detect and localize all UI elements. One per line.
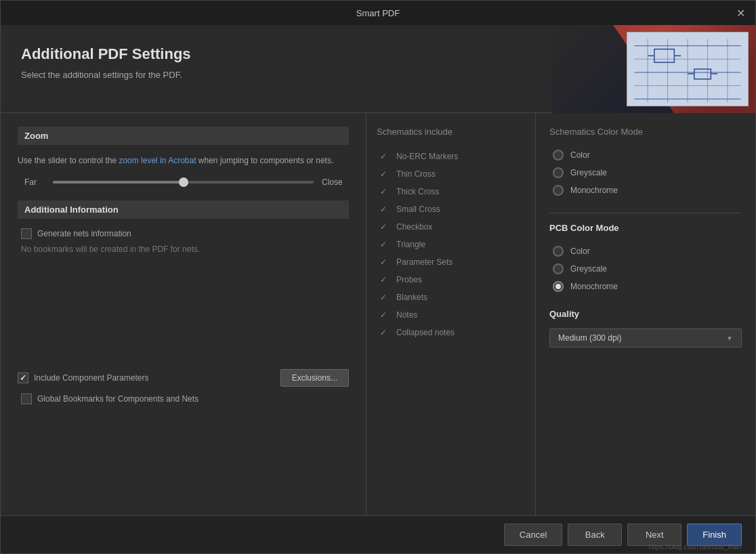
pcb-color-label: Color — [570, 247, 590, 256]
pcb-monochrome-radio[interactable] — [553, 281, 564, 292]
schematics-color-radio[interactable] — [553, 150, 564, 161]
content-area: Zoom Use the slider to control the zoom … — [1, 113, 755, 515]
schematics-color-group: Color Greyscale Monochrome — [549, 146, 742, 199]
quality-dropdown[interactable]: Medium (300 dpi) ▼ — [549, 328, 742, 347]
item-label: Thin Cross — [396, 169, 436, 179]
list-item[interactable]: ✓ Parameter Sets — [377, 253, 525, 271]
include-component-params-label: Include Component Parameters — [34, 373, 148, 383]
list-item[interactable]: ✓ Collapsed notes — [377, 324, 525, 341]
global-bookmarks-checkbox[interactable] — [21, 393, 32, 404]
schematics-greyscale-option[interactable]: Greyscale — [549, 164, 742, 182]
item-label: Checkbox — [396, 222, 432, 232]
schematic-thumbnail — [627, 32, 749, 106]
schematics-color-option[interactable]: Color — [549, 146, 742, 164]
slider-filled — [53, 181, 184, 184]
schematics-color-title: Schematics Color Mode — [549, 127, 742, 137]
list-item[interactable]: ✓ Thick Cross — [377, 183, 525, 200]
schematics-color-label: Color — [570, 150, 590, 160]
pcb-color-title: PCB Color Mode — [549, 223, 742, 233]
divider — [549, 213, 742, 213]
check-icon: ✓ — [380, 240, 390, 249]
quality-selected-value: Medium (300 dpi) — [558, 333, 621, 343]
footer: Cancel Back Next Finish https://blog.csd… — [1, 515, 755, 553]
bottom-checkboxes: ✓ Include Component Parameters Exclusion… — [18, 362, 349, 404]
check-icon: ✓ — [380, 257, 390, 267]
dialog: Smart PDF ✕ Additional PDF Settings Sele… — [0, 0, 756, 554]
check-icon: ✓ — [380, 310, 390, 320]
exclusions-button[interactable]: Exclusions... — [280, 369, 349, 387]
footer-url: https://blog.csdn.net/God_Rain — [649, 543, 742, 551]
dialog-title: Smart PDF — [356, 8, 400, 18]
check-icon: ✓ — [380, 187, 390, 196]
check-icon: ✓ — [380, 222, 390, 232]
slider-thumb[interactable] — [179, 177, 188, 187]
slider-row: Far Close — [18, 177, 349, 187]
item-label: No-ERC Markers — [396, 152, 458, 161]
pcb-color-option[interactable]: Color — [549, 242, 742, 260]
pcb-greyscale-radio[interactable] — [553, 263, 564, 274]
list-item[interactable]: ✓ Checkbox — [377, 218, 525, 236]
left-panel: Zoom Use the slider to control the zoom … — [1, 113, 366, 515]
generate-nets-checkbox[interactable] — [21, 228, 32, 239]
cancel-button[interactable]: Cancel — [504, 524, 562, 546]
schematics-monochrome-option[interactable]: Monochrome — [549, 182, 742, 199]
zoom-description: Use the slider to control the zoom level… — [18, 154, 349, 167]
generate-nets-row: Generate nets information — [18, 228, 349, 239]
pcb-greyscale-option[interactable]: Greyscale — [549, 260, 742, 278]
item-label: Blankets — [396, 293, 427, 302]
include-component-params-row: ✓ Include Component Parameters Exclusion… — [18, 369, 349, 387]
pcb-color-group: Color Greyscale Monochrome — [549, 242, 742, 295]
far-label: Far — [24, 177, 45, 187]
item-label: Notes — [396, 310, 417, 320]
title-bar: Smart PDF ✕ — [1, 1, 755, 25]
global-bookmarks-label: Global Bookmarks for Components and Nets — [37, 394, 198, 404]
zoom-highlight: zoom level in Acrobat — [119, 156, 196, 165]
check-icon: ✓ — [380, 169, 390, 179]
radio-inner-dot — [555, 284, 561, 289]
check-icon: ✓ — [380, 205, 390, 214]
list-item[interactable]: ✓ Thin Cross — [377, 165, 525, 183]
check-icon: ✓ — [380, 328, 390, 337]
schematics-monochrome-radio[interactable] — [553, 185, 564, 196]
pcb-monochrome-label: Monochrome — [570, 282, 618, 291]
global-bookmarks-row: Global Bookmarks for Components and Nets — [18, 393, 349, 404]
check-icon: ✓ — [380, 275, 390, 284]
zoom-section-header: Zoom — [18, 127, 349, 145]
zoom-label: Zoom — [24, 131, 48, 141]
header-title: Additional PDF Settings — [21, 45, 532, 63]
back-button[interactable]: Back — [568, 524, 622, 546]
schematics-include-list: ✓ No-ERC Markers ✓ Thin Cross ✓ Thick Cr… — [377, 148, 525, 341]
list-item[interactable]: ✓ Probes — [377, 271, 525, 289]
schematics-include-title: Schematics include — [377, 127, 525, 137]
list-item[interactable]: ✓ Blankets — [377, 289, 525, 306]
list-item[interactable]: ✓ Notes — [377, 306, 525, 324]
item-label: Parameter Sets — [396, 257, 453, 267]
include-component-params-checkbox[interactable]: ✓ — [18, 372, 28, 383]
item-label: Triangle — [396, 240, 425, 249]
checkmark-icon: ✓ — [20, 373, 26, 383]
dropdown-arrow-icon: ▼ — [726, 335, 733, 342]
additional-info-label: Additional Information — [24, 205, 119, 215]
check-icon: ✓ — [380, 293, 390, 302]
header-text-area: Additional PDF Settings Select the addit… — [1, 25, 552, 112]
list-item[interactable]: ✓ Triangle — [377, 236, 525, 253]
item-label: Probes — [396, 275, 422, 284]
header-banner: Additional PDF Settings Select the addit… — [1, 25, 755, 113]
quality-title: Quality — [549, 309, 742, 319]
pcb-color-radio[interactable] — [553, 246, 564, 257]
check-icon: ✓ — [380, 152, 390, 161]
zoom-slider-track[interactable] — [53, 181, 314, 184]
schematics-greyscale-label: Greyscale — [570, 168, 607, 177]
header-image — [552, 25, 755, 113]
list-item[interactable]: ✓ No-ERC Markers — [377, 148, 525, 165]
header-subtitle: Select the additional settings for the P… — [21, 70, 532, 80]
close-label: Close — [322, 177, 349, 187]
pcb-monochrome-option[interactable]: Monochrome — [549, 278, 742, 295]
schematics-greyscale-radio[interactable] — [553, 167, 564, 178]
additional-info-header: Additional Information — [18, 200, 349, 219]
schematics-monochrome-label: Monochrome — [570, 186, 618, 195]
list-item[interactable]: ✓ Small Cross — [377, 200, 525, 218]
pcb-greyscale-label: Greyscale — [570, 264, 607, 274]
close-button[interactable]: ✕ — [734, 6, 747, 20]
item-label: Small Cross — [396, 205, 440, 214]
